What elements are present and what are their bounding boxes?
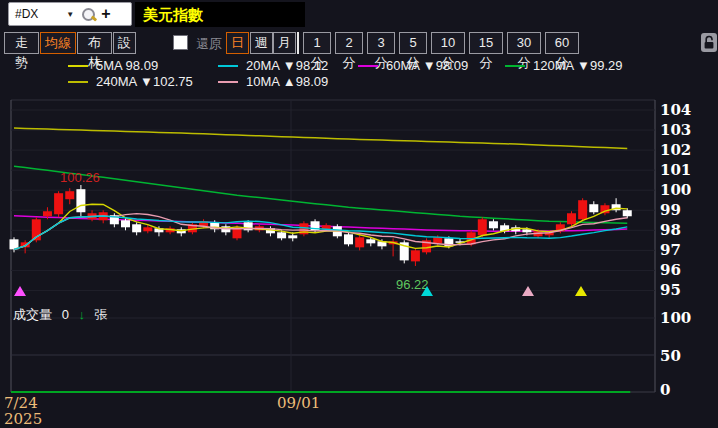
legend-swatch: [218, 81, 238, 83]
legend-swatch: [218, 65, 238, 67]
legend-text: 120MA ▼99.29: [533, 58, 622, 73]
minute-tab-5[interactable]: 15分: [469, 32, 503, 54]
volume-axis-tick: 0: [660, 381, 696, 399]
volume-value: 0: [62, 307, 69, 322]
mode-tab-2[interactable]: 布林: [77, 32, 112, 54]
search-icon[interactable]: [82, 8, 95, 21]
period-tab-2[interactable]: 月: [273, 32, 296, 54]
volume-axis-tick: 50: [660, 347, 696, 365]
volume-caption: 成交量 0 ↓ 張: [13, 306, 114, 324]
minute-tab-7[interactable]: 60分: [545, 32, 579, 54]
date-axis-tick: 09/01: [277, 394, 320, 412]
price-axis-tick: 95: [660, 281, 696, 299]
chevron-down-icon[interactable]: ▼: [66, 10, 74, 19]
price-annotation: 100.26: [60, 170, 100, 185]
period-tab-0[interactable]: 日: [226, 32, 249, 54]
price-axis-tick: 104: [660, 101, 696, 119]
lock-icon: [703, 35, 715, 50]
legend-swatch: [505, 65, 525, 67]
legend-text: 240MA ▼102.75: [96, 74, 193, 89]
add-symbol-button[interactable]: +: [101, 4, 110, 24]
mode-tab-3[interactable]: 設: [113, 32, 136, 54]
lock-button[interactable]: [701, 33, 717, 52]
legend-item-240ma: 240MA ▼102.75: [68, 74, 193, 89]
legend-item-60ma: 60MA ▼98.09: [358, 58, 468, 73]
volume-down-arrow-icon: ↓: [78, 307, 85, 322]
minute-tab-6[interactable]: 30分: [507, 32, 541, 54]
page-title: 美元指數: [135, 2, 305, 27]
price-axis-tick: 101: [660, 161, 696, 179]
price-axis-tick: 98: [660, 221, 696, 239]
volume-axis-tick: 100: [660, 309, 696, 327]
alert-triangle-marker: [522, 286, 534, 296]
period-tab-1[interactable]: 週: [250, 32, 273, 54]
year-axis-tick: 2025: [4, 410, 42, 428]
volume-label: 成交量: [13, 307, 52, 322]
toolbar-divider: [297, 32, 299, 54]
legend-item-5ma: 5MA 98.09: [68, 58, 158, 73]
legend-item-20ma: 20MA ▼98.12: [218, 58, 328, 73]
price-axis-tick: 102: [660, 141, 696, 159]
minute-tab-4[interactable]: 10分: [431, 32, 465, 54]
minute-tab-0[interactable]: 1分: [303, 32, 331, 54]
price-axis-tick: 100: [660, 181, 696, 199]
price-axis-tick: 99: [660, 201, 696, 219]
alert-triangle-marker: [575, 286, 587, 296]
candlestick-chart[interactable]: 100.2696.22: [0, 96, 718, 428]
symbol-input[interactable]: #DX: [15, 7, 38, 21]
price-axis-tick: 103: [660, 121, 696, 139]
legend-swatch: [68, 65, 88, 67]
mode-tab-1[interactable]: 均線: [40, 32, 76, 54]
legend-item-120ma: 120MA ▼99.29: [505, 58, 622, 73]
legend-text: 10MA ▲98.09: [246, 74, 328, 89]
price-axis-tick: 97: [660, 241, 696, 259]
legend-swatch: [68, 81, 88, 83]
price-axis-tick: 96: [660, 261, 696, 279]
alert-triangle-marker: [14, 286, 26, 296]
mode-tab-0[interactable]: 走勢: [4, 32, 39, 54]
legend-text: 5MA 98.09: [96, 58, 158, 73]
volume-unit: 張: [95, 307, 108, 322]
restore-checkbox-label: 還原: [196, 35, 222, 53]
price-annotation: 96.22: [396, 277, 429, 292]
legend-text: 20MA ▼98.12: [246, 58, 328, 73]
minute-tab-3[interactable]: 5分: [399, 32, 427, 54]
legend-text: 60MA ▼98.09: [386, 58, 468, 73]
minute-tab-2[interactable]: 3分: [367, 32, 395, 54]
restore-checkbox[interactable]: [173, 35, 188, 50]
legend-swatch: [358, 65, 378, 67]
minute-tab-1[interactable]: 2分: [335, 32, 363, 54]
symbol-search-box[interactable]: #DX ▼ +: [8, 2, 132, 26]
chart-app-window: #DX ▼ + 美元指數 還原 走勢均線布林設日週月1分2分3分5分10分15分…: [0, 0, 718, 428]
legend-item-10ma: 10MA ▲98.09: [218, 74, 328, 89]
